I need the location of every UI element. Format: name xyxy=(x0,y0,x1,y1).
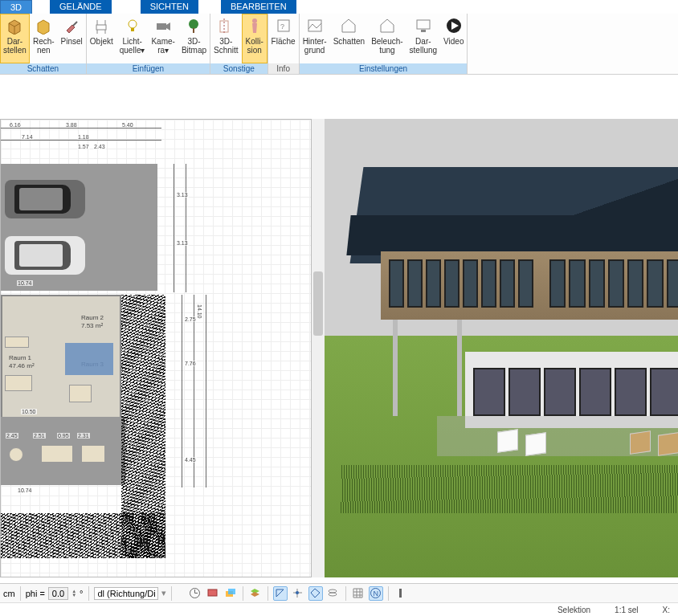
roof-eave xyxy=(346,215,678,255)
lounge-chair-icon xyxy=(497,429,518,453)
snap-angle-icon[interactable] xyxy=(273,586,288,601)
svg-marker-24 xyxy=(381,19,394,32)
workspace: 6.16 3.88 5.40 7.14 1.18 1.57 2.43 10.74… xyxy=(0,119,678,577)
flaeche-label: Fläche xyxy=(272,37,296,46)
tab-sichten[interactable]: SICHTEN xyxy=(141,0,198,14)
dim-label: 2.51 xyxy=(33,433,46,439)
house-light-icon xyxy=(378,16,397,35)
svg-rect-26 xyxy=(421,30,426,32)
schatten-label: Schatten xyxy=(333,37,365,46)
chair-icon xyxy=(92,16,111,35)
grass-tuft xyxy=(341,465,678,513)
dim-label: 2.45 xyxy=(6,433,18,439)
rechnen-button[interactable]: Rech- nen xyxy=(30,14,58,63)
video-button[interactable]: Video xyxy=(440,14,467,63)
tab-3d[interactable]: 3D xyxy=(0,0,32,14)
svg-marker-4 xyxy=(38,20,49,35)
dimension-line xyxy=(182,295,182,487)
hintergrund-button[interactable]: Hinter- grund xyxy=(300,14,330,63)
info-small-icon[interactable] xyxy=(394,586,408,601)
outdoor-table xyxy=(9,447,23,462)
dim-label: 7.76 xyxy=(184,361,197,366)
pinsel-button[interactable]: Pinsel xyxy=(58,14,86,63)
beleuchtung-button[interactable]: Beleuch- tung xyxy=(368,14,406,63)
monitor-small-icon[interactable] xyxy=(206,586,220,601)
bitmap-label: 3D- Bitmap xyxy=(182,37,206,55)
phi-label: phi = xyxy=(26,589,45,598)
section-icon xyxy=(216,16,235,35)
video-label: Video xyxy=(443,37,464,46)
lounge-chair-icon xyxy=(525,432,546,456)
furniture xyxy=(69,385,92,402)
person-icon xyxy=(245,16,264,35)
svg-point-42 xyxy=(329,593,337,596)
svg-text:N: N xyxy=(374,589,379,598)
dim-label: 2.43 xyxy=(93,144,106,149)
svg-point-41 xyxy=(329,589,337,593)
clock-icon[interactable] xyxy=(188,586,202,601)
dim-label: 1.18 xyxy=(77,134,90,140)
schnitt-button[interactable]: 3D- Schnitt xyxy=(210,14,242,63)
darstellen-label: Dar- stellen xyxy=(3,37,27,55)
pool-area xyxy=(65,343,113,375)
snap-layers-icon[interactable] xyxy=(326,586,341,601)
dim-label: 4.45 xyxy=(184,457,197,463)
dim-label: 5.40 xyxy=(121,122,134,128)
room2-name: Raum 2 xyxy=(81,314,104,321)
darstellung-button[interactable]: Dar- stellung xyxy=(406,14,440,63)
group-label-schatten: Schatten xyxy=(0,63,86,74)
dl-select[interactable]: dl (Richtung/Di xyxy=(94,587,158,600)
snap-edge-icon[interactable] xyxy=(308,586,323,601)
3d-viewport[interactable] xyxy=(325,119,678,577)
kollision-button[interactable]: Kolli- sion xyxy=(242,14,268,63)
bottom-toolbar: cm phi = 0.0 ▲▼ ° dl (Richtung/Di ▾ N xyxy=(0,583,678,602)
bitmap-button[interactable]: 3D- Bitmap xyxy=(178,14,210,63)
dim-label: 7.14 xyxy=(21,134,34,140)
car-dark-icon xyxy=(5,180,85,218)
tab-bearbeiten[interactable]: BEARBEITEN xyxy=(221,0,296,14)
schatten-button[interactable]: Schatten xyxy=(330,14,368,63)
objekt-button[interactable]: Objekt xyxy=(87,14,116,63)
phi-input[interactable]: 0.0 xyxy=(48,587,68,600)
kamera-button[interactable]: Kame- ra▾ xyxy=(148,14,178,63)
tab-bar: 3D GELÄNDE SICHTEN BEARBEITEN xyxy=(0,0,678,14)
north-icon[interactable]: N xyxy=(369,586,383,601)
stack-icon[interactable] xyxy=(248,586,263,601)
bulb-icon xyxy=(123,16,142,35)
dropdown-icon[interactable]: ▾ xyxy=(161,588,166,598)
ribbon-group-info: ? Fläche Info xyxy=(268,14,300,74)
ribbon-group-einfuegen: Objekt Licht- quelle▾ Kame- ra▾ 3D- Bitm… xyxy=(87,14,210,74)
ribbon-group-einstellungen: Hinter- grund Schatten Beleuch- tung Dar… xyxy=(300,14,468,74)
phi-spinner[interactable]: ▲▼ xyxy=(71,589,76,598)
tab-gelaende[interactable]: GELÄNDE xyxy=(50,0,112,14)
window-row-right xyxy=(549,259,678,308)
dim-label: 2.31 xyxy=(77,433,90,439)
dimension-line xyxy=(186,164,186,292)
svg-rect-25 xyxy=(417,20,430,29)
tree-icon xyxy=(184,16,203,35)
area-icon: ? xyxy=(274,16,293,35)
snap-point-icon[interactable] xyxy=(291,586,305,601)
svg-rect-32 xyxy=(208,589,217,596)
group-label-einstellungen: Einstellungen xyxy=(300,63,468,74)
schnitt-label: 3D- Schnitt xyxy=(214,37,239,55)
dim-label: 6.16 xyxy=(9,122,22,128)
scrollbar-thumb[interactable] xyxy=(313,271,323,336)
status-x: X: xyxy=(663,606,670,614)
dim-label: 10.74 xyxy=(17,280,33,286)
landscape-icon xyxy=(305,16,325,35)
degree-label: ° xyxy=(80,589,83,598)
flaeche-button[interactable]: ? Fläche xyxy=(268,14,299,63)
lichtquelle-button[interactable]: Licht- quelle▾ xyxy=(116,14,149,63)
layers-icon[interactable] xyxy=(223,586,238,601)
floorplan-viewport[interactable]: 6.16 3.88 5.40 7.14 1.18 1.57 2.43 10.74… xyxy=(0,119,312,577)
blank-strip xyxy=(0,75,678,119)
ribbon-group-schatten: Dar- stellen Rech- nen Pinsel Schatten xyxy=(0,14,87,74)
grid-toggle-icon[interactable] xyxy=(351,586,366,601)
vertical-scrollbar[interactable] xyxy=(312,119,325,577)
monitor-icon xyxy=(414,16,433,35)
dim-label: 10.50 xyxy=(21,409,37,414)
darstellen-button[interactable]: Dar- stellen xyxy=(0,14,30,63)
hedge-horizontal xyxy=(1,513,165,558)
unit-cm-label: cm xyxy=(3,589,15,598)
